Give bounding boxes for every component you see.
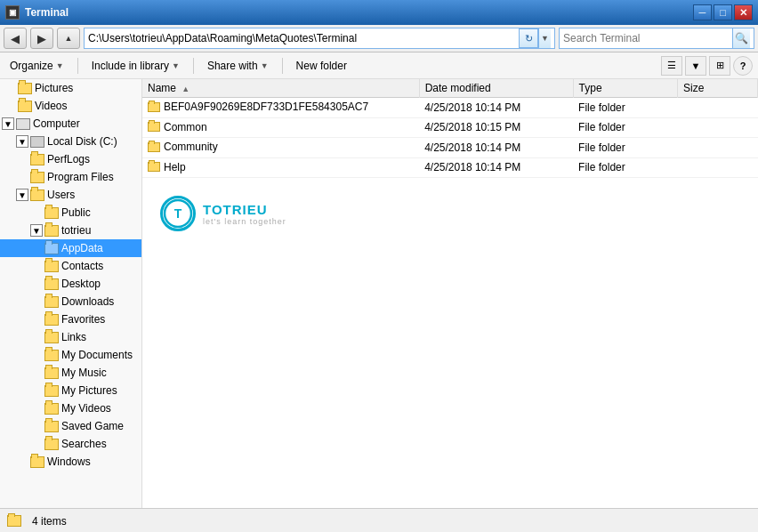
computer-expand[interactable]: ▼ xyxy=(2,117,14,130)
view-list-button[interactable]: ☰ xyxy=(661,56,682,76)
sidebar-item-mydocuments[interactable]: My Documents xyxy=(0,346,141,364)
column-size[interactable]: Size xyxy=(678,79,758,98)
share-with-button[interactable]: Share with ▼ xyxy=(203,57,273,75)
separator-2 xyxy=(193,58,194,74)
status-bar: 4 items xyxy=(0,508,758,532)
sidebar-item-perflogs[interactable]: PerfLogs xyxy=(0,150,141,168)
appdata-folder-icon xyxy=(44,243,59,254)
mydocuments-folder-icon xyxy=(44,350,59,361)
status-count: 4 items xyxy=(32,515,67,528)
sidebar-label-videos: Videos xyxy=(35,100,67,112)
programfiles-folder-icon xyxy=(30,172,44,183)
logo-svg: T xyxy=(163,198,193,229)
sidebar-item-contacts[interactable]: Contacts xyxy=(0,257,141,275)
organize-button[interactable]: Organize ▼ xyxy=(5,57,69,75)
sidebar-item-windows[interactable]: Windows xyxy=(0,453,141,471)
sidebar-item-links[interactable]: Links xyxy=(0,328,141,346)
videos-folder-icon xyxy=(18,101,32,112)
minimize-button[interactable]: ─ xyxy=(693,4,712,20)
preview-pane-button[interactable]: ⊞ xyxy=(709,56,730,76)
table-row[interactable]: BEF0A9F90269E8DF733D1FE584305AC7 4/25/20… xyxy=(142,98,758,118)
new-folder-button[interactable]: New folder xyxy=(292,57,351,75)
forward-button[interactable]: ▶ xyxy=(30,28,53,49)
up-button[interactable]: ▲ xyxy=(57,28,80,49)
small-folder-icon-1 xyxy=(148,122,160,132)
contacts-folder-icon xyxy=(44,261,59,272)
cell-date-1: 4/25/2018 10:15 PM xyxy=(419,117,573,138)
cell-type-2: File folder xyxy=(573,138,678,158)
sidebar-item-public[interactable]: Public xyxy=(0,204,141,222)
myvideos-folder-icon xyxy=(44,403,59,415)
search-box[interactable]: 🔍 xyxy=(559,28,754,49)
logo-text-block: TOTRIEU let's learn together xyxy=(203,202,286,226)
sidebar-label-savedgame: Saved Game xyxy=(61,420,124,432)
back-button[interactable]: ◀ xyxy=(4,28,27,49)
search-input[interactable] xyxy=(563,32,732,44)
sidebar-item-localdisk[interactable]: ▼ Local Disk (C:) xyxy=(0,133,141,150)
main-layout: Pictures Videos ▼ Computer ▼ Local Disk … xyxy=(0,79,758,508)
column-date[interactable]: Date modified xyxy=(419,79,573,98)
help-button[interactable]: ? xyxy=(733,56,753,76)
sidebar-item-myvideos[interactable]: My Videos xyxy=(0,399,141,417)
cell-type-3: File folder xyxy=(573,157,678,178)
address-dropdown-button[interactable]: ▼ xyxy=(538,28,551,48)
close-button[interactable]: ✕ xyxy=(734,4,753,20)
pictures-folder-icon xyxy=(18,83,32,94)
sidebar-label-pictures: Pictures xyxy=(35,82,73,94)
cell-date-2: 4/25/2018 10:14 PM xyxy=(419,138,573,158)
totrieu-expand[interactable]: ▼ xyxy=(30,224,43,237)
small-folder-icon-0 xyxy=(148,102,160,112)
users-expand[interactable]: ▼ xyxy=(16,189,28,201)
sidebar-label-localdisk: Local Disk (C:) xyxy=(47,135,117,148)
cell-size-0 xyxy=(678,98,758,118)
file-area: Name ▲ Date modified Type Size xyxy=(142,79,758,508)
sidebar-label-downloads: Downloads xyxy=(61,295,114,308)
cell-name-1: Common xyxy=(142,117,419,138)
windows-folder-icon xyxy=(30,456,44,468)
refresh-button[interactable]: ↻ xyxy=(519,28,538,48)
sidebar-item-mymusic[interactable]: My Music xyxy=(0,364,141,382)
cell-date-3: 4/25/2018 10:14 PM xyxy=(419,157,573,178)
sidebar-item-appdata[interactable]: AppData xyxy=(0,239,141,257)
sidebar-item-users[interactable]: ▼ Users xyxy=(0,186,141,204)
table-row[interactable]: Help 4/25/2018 10:14 PM File folder xyxy=(142,157,758,178)
sidebar-item-totrieu[interactable]: ▼ totrieu xyxy=(0,222,141,239)
sidebar-item-downloads[interactable]: Downloads xyxy=(0,293,141,310)
sidebar-item-programfiles[interactable]: Program Files xyxy=(0,168,141,186)
sidebar-item-pictures[interactable]: Pictures xyxy=(0,79,141,97)
sidebar-item-computer[interactable]: ▼ Computer xyxy=(0,115,141,133)
column-type[interactable]: Type xyxy=(573,79,678,98)
view-dropdown-button[interactable]: ▼ xyxy=(685,56,706,76)
sidebar-item-favorites[interactable]: Favorites xyxy=(0,310,141,328)
file-folder-icon-0: BEF0A9F90269E8DF733D1FE584305AC7 xyxy=(148,101,368,113)
app-icon: ▣ xyxy=(5,5,20,20)
localdisk-expand[interactable]: ▼ xyxy=(16,135,28,148)
sidebar-label-searches: Searches xyxy=(61,438,107,450)
column-name[interactable]: Name ▲ xyxy=(142,79,419,98)
sidebar-item-videos[interactable]: Videos xyxy=(0,97,141,115)
sidebar-label-public: Public xyxy=(61,206,91,219)
address-input[interactable] xyxy=(88,32,519,44)
table-row[interactable]: Common 4/25/2018 10:15 PM File folder xyxy=(142,117,758,138)
logo-name: TOTRIEU xyxy=(203,202,286,217)
sidebar-label-perflogs: PerfLogs xyxy=(47,153,90,165)
cell-name-2: Community xyxy=(142,138,419,158)
sidebar-item-desktop[interactable]: Desktop xyxy=(0,275,141,293)
sidebar-label-computer: Computer xyxy=(33,117,80,130)
address-bar[interactable]: ↻ ▼ xyxy=(84,28,555,49)
include-label: Include in library xyxy=(92,60,169,72)
sidebar-label-windows: Windows xyxy=(47,455,91,468)
logo-area: T TOTRIEU let's learn together xyxy=(142,178,758,249)
sidebar-item-searches[interactable]: Searches xyxy=(0,435,141,453)
search-button[interactable]: 🔍 xyxy=(732,28,750,48)
cell-type-0: File folder xyxy=(573,98,678,118)
include-library-button[interactable]: Include in library ▼ xyxy=(87,57,184,75)
table-row[interactable]: Community 4/25/2018 10:14 PM File folder xyxy=(142,138,758,158)
maximize-button[interactable]: □ xyxy=(714,4,732,20)
drive-icon xyxy=(30,136,44,148)
cell-size-1 xyxy=(678,117,758,138)
sidebar-label-links: Links xyxy=(61,331,86,343)
sidebar-item-mypictures[interactable]: My Pictures xyxy=(0,382,141,399)
sidebar-label-desktop: Desktop xyxy=(61,278,101,290)
sidebar-item-savedgame[interactable]: Saved Game xyxy=(0,417,141,435)
